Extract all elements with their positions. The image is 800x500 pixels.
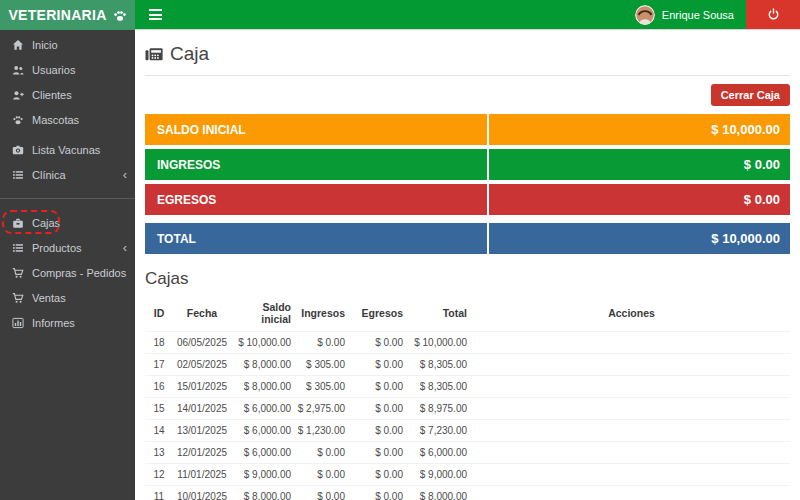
cell-saldo-inicial: $ 6,000.00 (231, 398, 297, 420)
paw-icon (113, 9, 127, 22)
cell-id: 16 (145, 376, 173, 398)
cell-id: 14 (145, 420, 173, 442)
cajas-table: ID Fecha Saldo inicial Ingresos Egresos … (145, 295, 790, 500)
table-row: 1413/01/2025$ 6,000.00$ 1,230.00$ 0.00$ … (145, 420, 790, 442)
table-row: 1615/01/2025$ 8,000.00$ 305.00$ 0.00$ 8,… (145, 376, 790, 398)
bar-chart-icon (12, 317, 24, 329)
cell-saldo-inicial: $ 8,000.00 (231, 486, 297, 500)
cash-box-icon (12, 217, 24, 229)
cerrar-caja-button[interactable]: Cerrar Caja (711, 84, 790, 106)
table-row: 1211/01/2025$ 9,000.00$ 0.00$ 0.00$ 9,00… (145, 464, 790, 486)
cell-id: 12 (145, 464, 173, 486)
sidebar-item-usuarios[interactable]: Usuarios (0, 57, 135, 82)
cell-fecha: 13/01/2025 (173, 420, 231, 442)
total-value: $ 10,000.00 (489, 223, 790, 254)
cell-fecha: 06/05/2025 (173, 332, 231, 354)
cell-total: $ 6,000.00 (409, 442, 473, 464)
cell-acciones (473, 486, 790, 500)
brand-title: VETERINARIA (8, 7, 106, 23)
cell-egresos: $ 0.00 (351, 376, 409, 398)
title-divider (145, 75, 790, 76)
cell-acciones (473, 398, 790, 420)
sidebar-nav: Inicio Usuarios Clientes Mascotas Lista … (0, 30, 135, 335)
sidebar-item-ventas[interactable]: Ventas (0, 285, 135, 310)
avatar (635, 5, 655, 25)
cell-egresos: $ 0.00 (351, 486, 409, 500)
power-icon (767, 8, 780, 21)
cell-acciones (473, 376, 790, 398)
page-title-text: Caja (170, 43, 209, 65)
actions-row: Cerrar Caja (145, 84, 790, 106)
table-row: 1702/05/2025$ 8,000.00$ 305.00$ 0.00$ 8,… (145, 354, 790, 376)
main-content: Caja Cerrar Caja SALDO INICIAL $ 10,000.… (135, 30, 800, 500)
sidebar-item-label: Cajas (32, 217, 60, 229)
home-icon (12, 39, 24, 51)
user-menu[interactable]: Enrique Sousa (635, 5, 746, 25)
col-header-egresos: Egresos (351, 295, 409, 332)
sidebar-item-clinica[interactable]: Clínica ‹ (0, 162, 135, 187)
cell-saldo-inicial: $ 10,000.00 (231, 332, 297, 354)
sidebar-item-label: Ventas (32, 292, 66, 304)
cell-egresos: $ 0.00 (351, 398, 409, 420)
cell-acciones (473, 420, 790, 442)
cell-egresos: $ 0.00 (351, 420, 409, 442)
topbar: Enrique Sousa (135, 0, 800, 30)
cell-total: $ 8,000.00 (409, 486, 473, 500)
chevron-left-icon: ‹ (123, 241, 127, 254)
ingresos-label: INGRESOS (145, 149, 487, 180)
cell-egresos: $ 0.00 (351, 464, 409, 486)
cart-icon (12, 267, 24, 279)
ingresos-bar: INGRESOS $ 0.00 (145, 149, 790, 180)
logout-button[interactable] (746, 0, 800, 29)
table-row: 1312/01/2025$ 6,000.00$ 0.00$ 0.00$ 6,00… (145, 442, 790, 464)
cell-acciones (473, 332, 790, 354)
cell-fecha: 12/01/2025 (173, 442, 231, 464)
sidebar-item-informes[interactable]: Informes (0, 310, 135, 335)
cell-total: $ 10,000.00 (409, 332, 473, 354)
cell-egresos: $ 0.00 (351, 354, 409, 376)
sidebar-item-label: Inicio (32, 39, 58, 51)
total-label: TOTAL (145, 223, 487, 254)
cell-saldo-inicial: $ 8,000.00 (231, 376, 297, 398)
brand[interactable]: VETERINARIA (0, 0, 135, 30)
paw-icon (12, 114, 24, 126)
chevron-left-icon: ‹ (123, 168, 127, 181)
cell-fecha: 11/01/2025 (173, 464, 231, 486)
cell-acciones (473, 464, 790, 486)
ingresos-value: $ 0.00 (489, 149, 790, 180)
cell-egresos: $ 0.00 (351, 442, 409, 464)
sidebar-item-label: Lista Vacunas (32, 144, 100, 156)
users-icon (12, 64, 24, 76)
cajas-section: Cajas ID Fecha Saldo inicial Ingresos Eg… (145, 269, 790, 500)
cell-ingresos: $ 305.00 (297, 354, 351, 376)
cash-register-icon (145, 46, 163, 62)
cell-fecha: 10/01/2025 (173, 486, 231, 500)
sidebar-item-label: Compras - Pedidos (32, 267, 126, 279)
sidebar-item-label: Productos (32, 242, 82, 254)
cell-id: 18 (145, 332, 173, 354)
saldo-inicial-value: $ 10,000.00 (489, 114, 790, 145)
hamburger-icon[interactable] (135, 7, 162, 23)
cell-acciones (473, 354, 790, 376)
sidebar-item-inicio[interactable]: Inicio (0, 32, 135, 57)
cell-total: $ 7,230.00 (409, 420, 473, 442)
col-header-id: ID (145, 295, 173, 332)
cell-saldo-inicial: $ 6,000.00 (231, 420, 297, 442)
col-header-fecha: Fecha (173, 295, 231, 332)
sidebar-item-cajas[interactable]: Cajas (0, 210, 135, 235)
sidebar-item-mascotas[interactable]: Mascotas (0, 107, 135, 132)
col-header-saldo-inicial: Saldo inicial (231, 295, 297, 332)
page-title: Caja (145, 43, 790, 65)
cell-fecha: 14/01/2025 (173, 398, 231, 420)
sidebar-item-label: Informes (32, 317, 75, 329)
sidebar-item-compras-pedidos[interactable]: Compras - Pedidos (0, 260, 135, 285)
saldo-inicial-bar: SALDO INICIAL $ 10,000.00 (145, 114, 790, 145)
sidebar-item-productos[interactable]: Productos ‹ (0, 235, 135, 260)
sidebar-item-clientes[interactable]: Clientes (0, 82, 135, 107)
cell-fecha: 15/01/2025 (173, 376, 231, 398)
sidebar-item-lista-vacunas[interactable]: Lista Vacunas (0, 137, 135, 162)
egresos-label: EGRESOS (145, 184, 487, 215)
total-bar: TOTAL $ 10,000.00 (145, 223, 790, 254)
cell-id: 13 (145, 442, 173, 464)
user-name: Enrique Sousa (662, 9, 734, 21)
